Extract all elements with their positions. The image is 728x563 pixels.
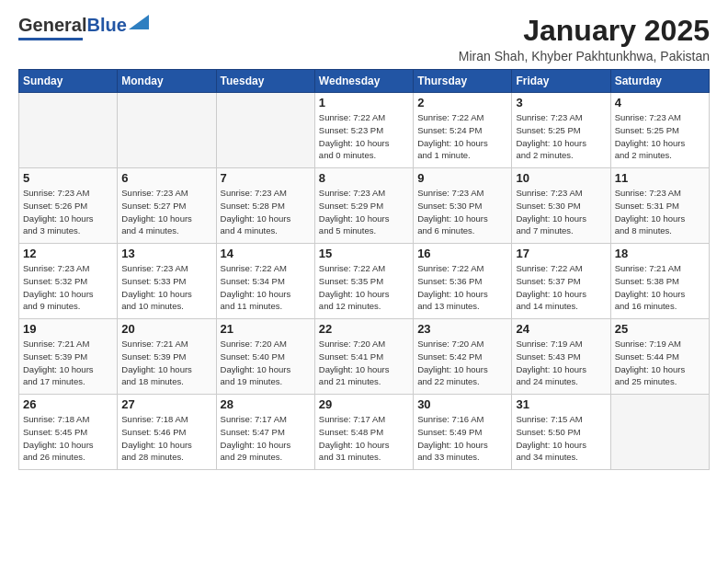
title-section: January 2025 Miran Shah, Khyber Pakhtunk… [459, 15, 710, 63]
day-cell: 27Sunrise: 7:18 AMSunset: 5:46 PMDayligh… [118, 395, 216, 470]
day-number: 27 [121, 397, 211, 411]
day-number: 12 [23, 247, 113, 260]
logo-blue: Blue [86, 15, 126, 36]
day-info: Sunrise: 7:22 AMSunset: 5:34 PMDaylight:… [221, 262, 311, 313]
day-number: 30 [417, 397, 507, 411]
day-cell: 14Sunrise: 7:22 AMSunset: 5:34 PMDayligh… [216, 244, 314, 319]
day-number: 9 [417, 171, 507, 185]
day-number: 5 [23, 171, 113, 185]
day-number: 8 [319, 171, 409, 185]
day-cell: 21Sunrise: 7:20 AMSunset: 5:40 PMDayligh… [216, 319, 314, 395]
week-row-2: 5Sunrise: 7:23 AMSunset: 5:26 PMDaylight… [19, 168, 710, 244]
day-cell: 8Sunrise: 7:23 AMSunset: 5:29 PMDaylight… [314, 168, 413, 244]
day-cell: 28Sunrise: 7:17 AMSunset: 5:47 PMDayligh… [216, 395, 314, 470]
day-number: 17 [516, 247, 606, 260]
day-cell [610, 395, 709, 470]
day-cell: 13Sunrise: 7:23 AMSunset: 5:33 PMDayligh… [118, 244, 216, 319]
day-cell: 9Sunrise: 7:23 AMSunset: 5:30 PMDaylight… [414, 168, 512, 244]
day-info: Sunrise: 7:23 AMSunset: 5:25 PMDaylight:… [516, 111, 606, 162]
day-cell: 18Sunrise: 7:21 AMSunset: 5:38 PMDayligh… [610, 244, 709, 319]
day-info: Sunrise: 7:23 AMSunset: 5:33 PMDaylight:… [121, 262, 211, 313]
day-info: Sunrise: 7:18 AMSunset: 5:45 PMDaylight:… [23, 413, 113, 464]
day-info: Sunrise: 7:22 AMSunset: 5:23 PMDaylight:… [319, 111, 409, 162]
day-info: Sunrise: 7:22 AMSunset: 5:24 PMDaylight:… [417, 111, 507, 162]
day-number: 28 [221, 397, 311, 411]
header: General Blue January 2025 Miran Shah, Kh… [18, 15, 710, 63]
day-number: 20 [121, 322, 211, 336]
day-info: Sunrise: 7:20 AMSunset: 5:40 PMDaylight:… [221, 338, 311, 388]
col-sunday: Sunday [19, 70, 118, 93]
day-number: 2 [417, 96, 507, 109]
day-number: 24 [516, 322, 606, 336]
day-info: Sunrise: 7:19 AMSunset: 5:44 PMDaylight:… [615, 338, 705, 388]
calendar-subtitle: Miran Shah, Khyber Pakhtunkhwa, Pakistan [459, 49, 710, 63]
day-number: 23 [417, 322, 507, 336]
day-number: 7 [221, 171, 311, 185]
logo: General Blue [18, 15, 149, 40]
day-info: Sunrise: 7:22 AMSunset: 5:35 PMDaylight:… [319, 262, 409, 313]
col-friday: Friday [512, 70, 610, 93]
day-info: Sunrise: 7:23 AMSunset: 5:25 PMDaylight:… [615, 111, 705, 162]
day-info: Sunrise: 7:18 AMSunset: 5:46 PMDaylight:… [121, 413, 211, 464]
col-monday: Monday [118, 70, 216, 93]
day-info: Sunrise: 7:20 AMSunset: 5:41 PMDaylight:… [319, 338, 409, 388]
day-number: 25 [615, 322, 705, 336]
day-cell [118, 93, 216, 168]
day-info: Sunrise: 7:23 AMSunset: 5:31 PMDaylight:… [615, 187, 705, 237]
day-cell: 11Sunrise: 7:23 AMSunset: 5:31 PMDayligh… [610, 168, 709, 244]
day-info: Sunrise: 7:20 AMSunset: 5:42 PMDaylight:… [417, 338, 507, 388]
day-info: Sunrise: 7:23 AMSunset: 5:30 PMDaylight:… [417, 187, 507, 237]
calendar-table: Sunday Monday Tuesday Wednesday Thursday… [18, 69, 710, 470]
day-info: Sunrise: 7:23 AMSunset: 5:27 PMDaylight:… [121, 187, 211, 237]
day-info: Sunrise: 7:23 AMSunset: 5:26 PMDaylight:… [23, 187, 113, 237]
day-info: Sunrise: 7:22 AMSunset: 5:36 PMDaylight:… [417, 262, 507, 313]
day-number: 3 [516, 96, 606, 109]
day-info: Sunrise: 7:21 AMSunset: 5:39 PMDaylight:… [23, 338, 113, 388]
day-number: 6 [121, 171, 211, 185]
day-cell: 19Sunrise: 7:21 AMSunset: 5:39 PMDayligh… [19, 319, 118, 395]
day-info: Sunrise: 7:21 AMSunset: 5:38 PMDaylight:… [615, 262, 705, 313]
day-cell: 2Sunrise: 7:22 AMSunset: 5:24 PMDaylight… [414, 93, 512, 168]
day-number: 19 [23, 322, 113, 336]
week-row-3: 12Sunrise: 7:23 AMSunset: 5:32 PMDayligh… [19, 244, 710, 319]
day-cell: 3Sunrise: 7:23 AMSunset: 5:25 PMDaylight… [512, 93, 610, 168]
calendar-title: January 2025 [459, 15, 710, 47]
day-cell: 29Sunrise: 7:17 AMSunset: 5:48 PMDayligh… [314, 395, 413, 470]
day-info: Sunrise: 7:17 AMSunset: 5:47 PMDaylight:… [221, 413, 311, 464]
col-saturday: Saturday [610, 70, 709, 93]
day-info: Sunrise: 7:21 AMSunset: 5:39 PMDaylight:… [121, 338, 211, 388]
day-cell: 7Sunrise: 7:23 AMSunset: 5:28 PMDaylight… [216, 168, 314, 244]
day-cell: 23Sunrise: 7:20 AMSunset: 5:42 PMDayligh… [414, 319, 512, 395]
page: General Blue January 2025 Miran Shah, Kh… [0, 0, 728, 563]
days-header-row: Sunday Monday Tuesday Wednesday Thursday… [19, 70, 710, 93]
day-cell: 12Sunrise: 7:23 AMSunset: 5:32 PMDayligh… [19, 244, 118, 319]
day-info: Sunrise: 7:16 AMSunset: 5:49 PMDaylight:… [417, 413, 507, 464]
day-info: Sunrise: 7:22 AMSunset: 5:37 PMDaylight:… [516, 262, 606, 313]
day-number: 31 [516, 397, 606, 411]
logo-general: General [18, 15, 86, 36]
day-cell [216, 93, 314, 168]
day-info: Sunrise: 7:23 AMSunset: 5:30 PMDaylight:… [516, 187, 606, 237]
day-cell: 5Sunrise: 7:23 AMSunset: 5:26 PMDaylight… [19, 168, 118, 244]
day-cell: 22Sunrise: 7:20 AMSunset: 5:41 PMDayligh… [314, 319, 413, 395]
day-cell: 16Sunrise: 7:22 AMSunset: 5:36 PMDayligh… [414, 244, 512, 319]
svg-marker-0 [129, 15, 149, 29]
day-number: 16 [417, 247, 507, 260]
day-number: 13 [121, 247, 211, 260]
day-number: 10 [516, 171, 606, 185]
day-cell: 1Sunrise: 7:22 AMSunset: 5:23 PMDaylight… [314, 93, 413, 168]
day-cell: 30Sunrise: 7:16 AMSunset: 5:49 PMDayligh… [414, 395, 512, 470]
day-info: Sunrise: 7:19 AMSunset: 5:43 PMDaylight:… [516, 338, 606, 388]
day-cell: 10Sunrise: 7:23 AMSunset: 5:30 PMDayligh… [512, 168, 610, 244]
day-number: 29 [319, 397, 409, 411]
day-cell: 4Sunrise: 7:23 AMSunset: 5:25 PMDaylight… [610, 93, 709, 168]
week-row-4: 19Sunrise: 7:21 AMSunset: 5:39 PMDayligh… [19, 319, 710, 395]
day-cell: 17Sunrise: 7:22 AMSunset: 5:37 PMDayligh… [512, 244, 610, 319]
day-cell: 6Sunrise: 7:23 AMSunset: 5:27 PMDaylight… [118, 168, 216, 244]
day-number: 14 [221, 247, 311, 260]
day-cell: 20Sunrise: 7:21 AMSunset: 5:39 PMDayligh… [118, 319, 216, 395]
logo-arrow-icon [129, 15, 149, 29]
day-cell: 26Sunrise: 7:18 AMSunset: 5:45 PMDayligh… [19, 395, 118, 470]
day-number: 26 [23, 397, 113, 411]
week-row-1: 1Sunrise: 7:22 AMSunset: 5:23 PMDaylight… [19, 93, 710, 168]
